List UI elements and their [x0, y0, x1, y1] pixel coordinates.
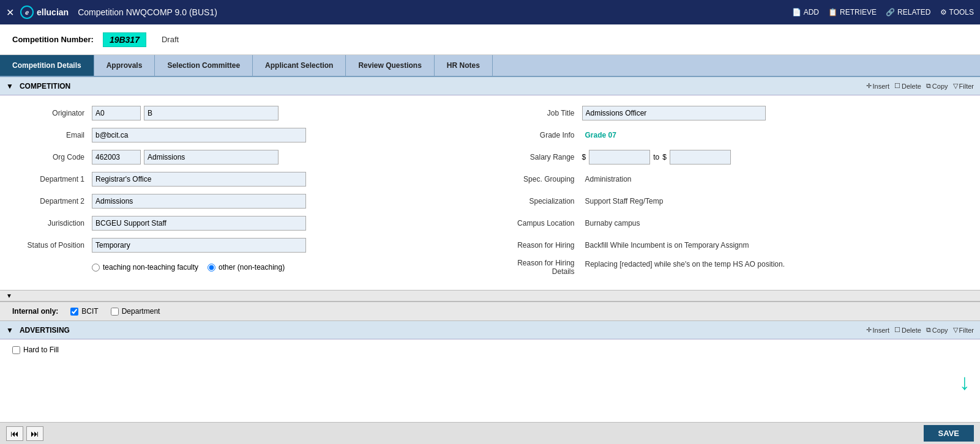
add-icon: 📄 [792, 8, 801, 17]
close-icon[interactable]: ✕ [6, 7, 14, 18]
tabs-bar: Competition Details Approvals Selection … [0, 55, 980, 77]
bottom-bar: ⏮ ⏭ SAVE [0, 422, 980, 444]
adv-delete-button[interactable]: ☐ Delete [894, 326, 921, 334]
radio-other[interactable]: other (non-teaching) [208, 263, 285, 272]
department-label: Department [122, 307, 160, 316]
section-collapse-bar[interactable]: ▼ [0, 290, 980, 301]
originator-name-input[interactable] [144, 106, 279, 120]
tools-button[interactable]: ⚙ TOOLS [940, 8, 974, 17]
originator-label: Originator [12, 109, 92, 117]
adv-filter-button[interactable]: ▽ Filter [953, 326, 974, 334]
advertising-content: Hard to Fill [0, 339, 980, 388]
org-name-input[interactable] [144, 150, 279, 165]
salary-from-input[interactable] [589, 150, 650, 165]
adv-copy-icon: ⧉ [926, 326, 931, 334]
email-label: Email [12, 131, 92, 139]
insert-button[interactable]: ✛ Insert [866, 82, 890, 90]
status-input[interactable] [92, 238, 306, 253]
hard-to-fill-row[interactable]: Hard to Fill [12, 346, 968, 354]
copy-icon: ⧉ [926, 82, 931, 90]
department-checkbox-row[interactable]: Department [111, 307, 160, 316]
related-button[interactable]: 🔗 RELATED [886, 8, 930, 17]
email-row: Email [12, 127, 478, 144]
jurisdiction-input[interactable] [92, 216, 306, 231]
filter-button[interactable]: ▽ Filter [953, 82, 974, 90]
status-label: Status of Position [12, 241, 92, 250]
specialization-value: Support Staff Reg/Temp [582, 196, 667, 207]
dept1-input[interactable] [92, 172, 306, 187]
last-page-button[interactable]: ⏭ [26, 426, 43, 441]
tab-competition-details[interactable]: Competition Details [0, 55, 94, 76]
salary-to-symbol: $ [662, 153, 667, 161]
competition-number-label: Competition Number: [12, 35, 94, 44]
tab-applicant-selection[interactable]: Applicant Selection [253, 55, 346, 76]
advertising-collapse-icon[interactable]: ▼ [6, 326, 13, 335]
logo-symbol: ℯ [25, 9, 29, 16]
first-page-button[interactable]: ⏮ [6, 426, 23, 441]
grade-info-value: Grade 07 [582, 130, 619, 141]
tab-selection-committee[interactable]: Selection Committee [155, 55, 253, 76]
competition-form: Originator Email Org Code Department 1 [0, 95, 980, 290]
main-content: ▼ COMPETITION ✛ Insert ☐ Delete ⧉ Copy ▽… [0, 77, 980, 422]
specialization-label: Specialization [503, 197, 582, 205]
competition-section-actions: ✛ Insert ☐ Delete ⧉ Copy ▽ Filter [866, 82, 974, 90]
bcit-checkbox-row[interactable]: BCIT [70, 307, 98, 316]
dept1-row: Department 1 [12, 171, 478, 188]
dept2-label: Department 2 [12, 197, 92, 205]
specialization-row: Specialization Support Staff Reg/Temp [503, 193, 968, 210]
internal-only-section: Internal only: BCIT Department [0, 301, 980, 321]
add-button[interactable]: 📄 ADD [792, 8, 819, 17]
tab-review-questions[interactable]: Review Questions [346, 55, 434, 76]
dept1-label: Department 1 [12, 175, 92, 183]
app-logo: ℯ ellucian [20, 6, 69, 19]
job-title-row: Job Title [503, 105, 968, 122]
internal-only-label: Internal only: [12, 307, 58, 316]
originator-inputs [92, 106, 279, 120]
retrieve-button[interactable]: 📋 RETRIEVE [828, 8, 877, 17]
dept2-input[interactable] [92, 194, 306, 209]
status-row: Status of Position [12, 237, 478, 254]
delete-icon: ☐ [894, 82, 900, 90]
salary-from-symbol: $ [582, 153, 586, 161]
radio-teaching-input[interactable] [92, 264, 100, 272]
spec-grouping-row: Spec. Grouping Administration [503, 171, 968, 188]
salary-to-input[interactable] [670, 150, 731, 165]
collapse-arrow-icon[interactable]: ▼ [6, 292, 12, 299]
campus-label: Campus Location [503, 219, 582, 228]
copy-button[interactable]: ⧉ Copy [926, 82, 948, 90]
filter-icon: ▽ [953, 82, 958, 90]
adv-delete-icon: ☐ [894, 326, 900, 334]
adv-insert-button[interactable]: ✛ Insert [866, 326, 890, 334]
campus-value: Burnaby campus [582, 218, 643, 229]
hard-to-fill-checkbox[interactable] [12, 346, 20, 354]
org-code-input[interactable] [92, 150, 141, 165]
radio-other-input[interactable] [208, 264, 215, 272]
org-code-label: Org Code [12, 153, 92, 161]
competition-status: Draft [162, 35, 179, 44]
adv-insert-icon: ✛ [866, 326, 872, 334]
radio-teaching[interactable]: teaching non-teaching faculty [92, 263, 198, 272]
tab-hr-notes[interactable]: HR Notes [435, 55, 493, 76]
department-checkbox[interactable] [111, 308, 119, 316]
top-actions: 📄 ADD 📋 RETRIEVE 🔗 RELATED ⚙ TOOLS [792, 8, 974, 17]
salary-to-label: to [653, 153, 659, 161]
tab-approvals[interactable]: Approvals [94, 55, 155, 76]
job-title-input[interactable] [582, 106, 766, 120]
dept2-row: Department 2 [12, 193, 478, 210]
org-code-row: Org Code [12, 149, 478, 166]
originator-code-input[interactable] [92, 106, 141, 120]
grade-info-label: Grade Info [503, 131, 582, 139]
tools-icon: ⚙ [940, 8, 947, 17]
delete-button[interactable]: ☐ Delete [894, 82, 921, 90]
grade-info-row: Grade Info Grade 07 [503, 127, 968, 144]
job-title-label: Job Title [503, 109, 582, 117]
insert-icon: ✛ [866, 82, 872, 90]
adv-copy-button[interactable]: ⧉ Copy [926, 326, 948, 334]
email-input[interactable] [92, 128, 306, 142]
reason-hiring-label: Reason for Hiring [503, 241, 582, 250]
originator-row: Originator [12, 105, 478, 122]
collapse-icon[interactable]: ▼ [6, 82, 13, 91]
bcit-checkbox[interactable] [70, 308, 78, 316]
scroll-down-arrow[interactable]: ↓ [959, 369, 970, 395]
save-button[interactable]: SAVE [924, 425, 974, 442]
